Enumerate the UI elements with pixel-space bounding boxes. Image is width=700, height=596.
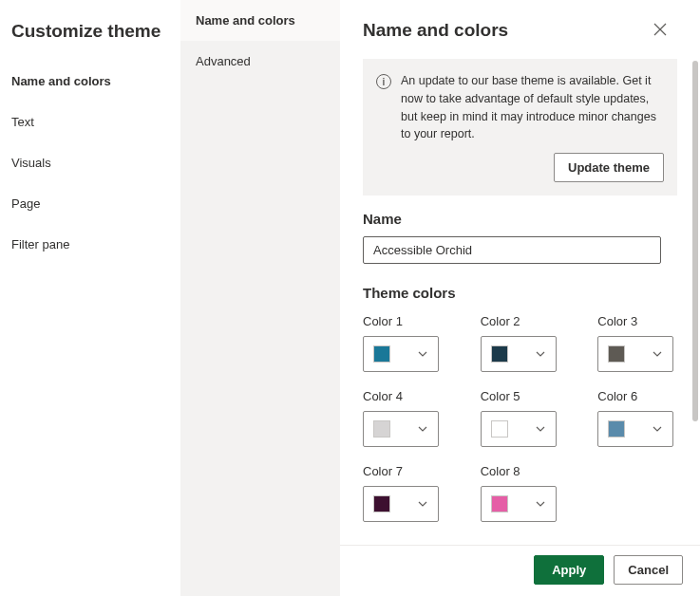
sidebar-item-label: Page bbox=[11, 196, 40, 211]
color-swatch bbox=[373, 420, 390, 438]
color-label: Color 8 bbox=[481, 464, 560, 478]
chevron-down-icon bbox=[535, 423, 546, 435]
content-panel: Name and colors i An update to our base … bbox=[340, 0, 700, 596]
panel-title: Name and colors bbox=[363, 20, 508, 41]
color-picker-6[interactable] bbox=[597, 411, 673, 447]
primary-sidebar: Customize theme Name and colors Text Vis… bbox=[0, 0, 180, 596]
color-cell-1: Color 1 bbox=[363, 314, 443, 372]
color-swatch bbox=[608, 345, 625, 363]
color-label: Color 6 bbox=[597, 389, 677, 403]
chevron-down-icon bbox=[417, 348, 428, 360]
dialog-footer: Apply Cancel bbox=[340, 545, 700, 596]
dialog-title: Customize theme bbox=[0, 0, 180, 61]
color-picker-4[interactable] bbox=[363, 411, 439, 447]
secondary-sidebar: Name and colors Advanced bbox=[180, 0, 340, 596]
color-swatch bbox=[373, 495, 390, 512]
chevron-down-icon bbox=[417, 498, 428, 510]
panel-scroll-area: i An update to our base theme is availab… bbox=[340, 51, 700, 545]
subnav-item-label: Advanced bbox=[196, 54, 251, 68]
color-label: Color 5 bbox=[481, 389, 560, 403]
color-swatch bbox=[608, 420, 625, 438]
sidebar-item-visuals[interactable]: Visuals bbox=[0, 142, 180, 183]
color-cell-8: Color 8 bbox=[481, 464, 560, 522]
color-picker-7[interactable] bbox=[363, 486, 439, 522]
chevron-down-icon bbox=[652, 423, 663, 435]
sidebar-item-label: Filter pane bbox=[11, 237, 69, 251]
color-cell-4: Color 4 bbox=[363, 389, 443, 447]
subnav-item-label: Name and colors bbox=[196, 13, 295, 28]
sidebar-item-label: Name and colors bbox=[11, 74, 111, 88]
customize-theme-dialog: Customize theme Name and colors Text Vis… bbox=[0, 0, 700, 596]
chevron-down-icon bbox=[535, 348, 546, 360]
color-cell-3: Color 3 bbox=[597, 314, 677, 372]
sidebar-item-label: Visuals bbox=[11, 156, 51, 170]
update-notice: i An update to our base theme is availab… bbox=[363, 59, 677, 196]
colors-grid: Color 1Color 2Color 3Color 4Color 5Color… bbox=[363, 314, 677, 522]
close-button[interactable] bbox=[647, 17, 673, 44]
color-cell-6: Color 6 bbox=[597, 389, 677, 447]
sidebar-item-label: Text bbox=[11, 115, 34, 129]
color-label: Color 1 bbox=[363, 314, 443, 328]
chevron-down-icon bbox=[417, 423, 428, 435]
cancel-button[interactable]: Cancel bbox=[614, 555, 683, 585]
color-picker-5[interactable] bbox=[481, 411, 557, 447]
dialog-columns: Customize theme Name and colors Text Vis… bbox=[0, 0, 700, 596]
color-swatch bbox=[491, 495, 508, 512]
color-label: Color 7 bbox=[363, 464, 443, 478]
name-label: Name bbox=[363, 211, 677, 227]
theme-name-input[interactable] bbox=[363, 236, 661, 264]
info-icon: i bbox=[376, 74, 391, 89]
color-swatch bbox=[491, 345, 508, 363]
chevron-down-icon bbox=[535, 498, 546, 510]
sidebar-item-filter-pane[interactable]: Filter pane bbox=[0, 224, 180, 265]
scrollbar-thumb[interactable] bbox=[692, 61, 698, 421]
color-label: Color 4 bbox=[363, 389, 443, 403]
panel-header: Name and colors bbox=[340, 0, 700, 51]
apply-button[interactable]: Apply bbox=[534, 555, 604, 585]
subnav-item-advanced[interactable]: Advanced bbox=[180, 41, 340, 82]
notice-text: An update to our base theme is available… bbox=[401, 72, 664, 143]
chevron-down-icon bbox=[652, 348, 663, 360]
theme-colors-section: Theme colors Color 1Color 2Color 3Color … bbox=[363, 285, 677, 522]
color-picker-2[interactable] bbox=[481, 336, 557, 372]
subnav-item-name-and-colors[interactable]: Name and colors bbox=[180, 0, 340, 41]
update-theme-button[interactable]: Update theme bbox=[554, 153, 664, 182]
close-icon bbox=[653, 23, 667, 39]
color-swatch bbox=[373, 345, 390, 363]
color-picker-3[interactable] bbox=[597, 336, 673, 372]
color-swatch bbox=[491, 420, 508, 438]
sidebar-item-text[interactable]: Text bbox=[0, 102, 180, 142]
sidebar-item-page[interactable]: Page bbox=[0, 183, 180, 224]
theme-colors-title: Theme colors bbox=[363, 285, 677, 301]
color-cell-2: Color 2 bbox=[481, 314, 560, 372]
color-cell-5: Color 5 bbox=[481, 389, 560, 447]
color-picker-1[interactable] bbox=[363, 336, 439, 372]
color-cell-7: Color 7 bbox=[363, 464, 443, 522]
color-picker-8[interactable] bbox=[481, 486, 557, 522]
sidebar-item-name-and-colors[interactable]: Name and colors bbox=[0, 61, 180, 102]
color-label: Color 2 bbox=[481, 314, 560, 328]
color-label: Color 3 bbox=[597, 314, 677, 328]
